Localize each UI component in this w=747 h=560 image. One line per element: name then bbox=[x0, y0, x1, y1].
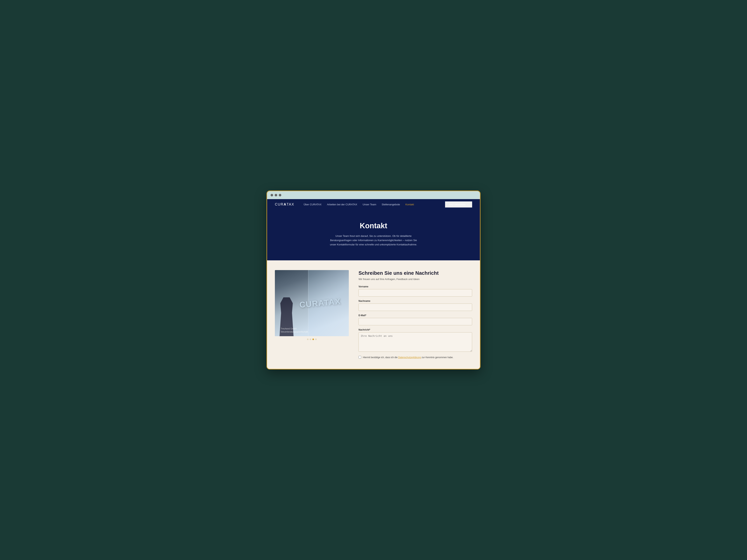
nachname-label: Nachname bbox=[359, 300, 472, 302]
nav-item-kontakt[interactable]: Kontakt bbox=[405, 203, 414, 206]
traffic-light-yellow[interactable] bbox=[275, 194, 277, 196]
carousel-dot-3[interactable] bbox=[312, 339, 314, 340]
carousel-dot-1[interactable] bbox=[307, 339, 309, 340]
browser-content: CURATAX Über CURATAX Arbeiten bei der CU… bbox=[267, 199, 480, 369]
carousel-dot-4[interactable] bbox=[315, 339, 317, 340]
nav-links: Über CURATAX Arbeiten bei der CURATAX Un… bbox=[304, 203, 439, 206]
privacy-label: Hiermit bestätige ich, dass ich die Date… bbox=[363, 356, 454, 359]
nav-item-team[interactable]: Unser Team bbox=[363, 203, 376, 206]
building-subtext: Treuhand GmbH Steuerberatungsgesellschaf… bbox=[281, 327, 308, 333]
traffic-light-red[interactable] bbox=[271, 194, 273, 196]
nachricht-label: Nachricht* bbox=[359, 328, 472, 331]
logo[interactable]: CURATAX bbox=[275, 203, 294, 207]
navbar: CURATAX Über CURATAX Arbeiten bei der CU… bbox=[267, 199, 480, 210]
nav-item-arbeiten[interactable]: Arbeiten bei der CURATAX bbox=[327, 203, 357, 206]
nachname-group: Nachname bbox=[359, 300, 472, 311]
nav-item-stellen[interactable]: Stellenangebote bbox=[382, 203, 400, 206]
nachname-input[interactable] bbox=[359, 303, 472, 311]
hero-section: Kontakt Unser Team freut sich darauf, Si… bbox=[267, 210, 480, 260]
image-section: CURATAX Treuhand GmbH Steuerberatungsges… bbox=[275, 270, 349, 340]
contact-form-section: Schreiben Sie uns eine Nachricht Wir fre… bbox=[359, 270, 472, 359]
privacy-link[interactable]: Datenschutzerklärung bbox=[398, 356, 421, 359]
email-label: E-Mail* bbox=[359, 314, 472, 317]
form-title: Schreiben Sie uns eine Nachricht bbox=[359, 270, 472, 276]
carousel-dots bbox=[275, 339, 349, 340]
nav-item-uber[interactable]: Über CURATAX bbox=[304, 203, 321, 206]
email-input[interactable] bbox=[359, 318, 472, 325]
main-content: CURATAX Treuhand GmbH Steuerberatungsges… bbox=[267, 260, 480, 369]
privacy-checkbox[interactable] bbox=[359, 356, 361, 358]
nachricht-group: Nachricht* bbox=[359, 328, 472, 352]
browser-chrome bbox=[267, 191, 480, 199]
form-subtitle: Wir freuen uns auf Ihre Anfragen, Feedba… bbox=[359, 278, 472, 281]
hero-title: Kontakt bbox=[275, 222, 472, 230]
traffic-light-green[interactable] bbox=[279, 194, 281, 196]
carousel-dot-2[interactable] bbox=[310, 339, 311, 340]
email-group: E-Mail* bbox=[359, 314, 472, 325]
vorname-group: Vorname bbox=[359, 285, 472, 296]
browser-window: CURATAX Über CURATAX Arbeiten bei der CU… bbox=[266, 191, 481, 369]
building-image: CURATAX Treuhand GmbH Steuerberatungsges… bbox=[275, 270, 349, 336]
vorname-label: Vorname bbox=[359, 285, 472, 288]
privacy-checkbox-row: Hiermit bestätige ich, dass ich die Date… bbox=[359, 356, 472, 359]
apply-button[interactable]: Jetzt bewerben → bbox=[445, 202, 472, 208]
nachricht-textarea[interactable] bbox=[359, 332, 472, 352]
vorname-input[interactable] bbox=[359, 289, 472, 296]
hero-subtitle: Unser Team freut sich darauf, Sie zu unt… bbox=[327, 234, 420, 247]
